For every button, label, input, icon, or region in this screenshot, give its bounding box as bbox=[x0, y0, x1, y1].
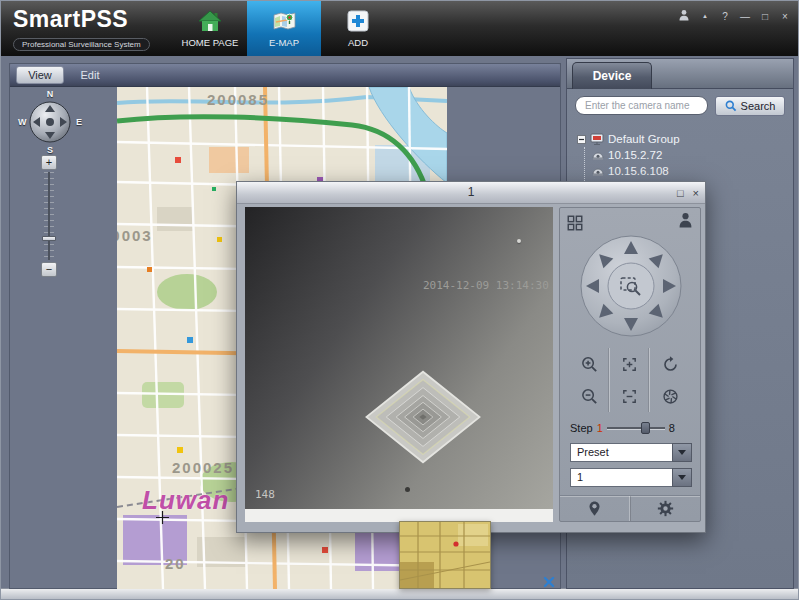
compass-west-label: W bbox=[18, 117, 27, 127]
app-logo: SmartPSS Professional Surveillance Syste… bbox=[13, 6, 150, 51]
video-channel-osd: 148 bbox=[255, 488, 275, 501]
preset-number-button[interactable] bbox=[672, 468, 692, 487]
video-feed[interactable]: 2014-12-09 13:14:30 148 bbox=[245, 207, 553, 509]
app-subtitle: Professional Surveillance System bbox=[13, 38, 150, 51]
map-zoom-control: + − bbox=[41, 155, 57, 277]
tree-camera-row[interactable]: 10.15.2.72 bbox=[592, 147, 787, 163]
smartpss-app: SmartPSS Professional Surveillance Syste… bbox=[0, 0, 799, 600]
camera-search-row: Search bbox=[575, 96, 785, 116]
maximize-icon[interactable]: □ bbox=[760, 11, 770, 22]
zoom-out-button[interactable] bbox=[570, 380, 610, 412]
zoom-out-icon bbox=[580, 387, 599, 406]
map-district-label: 00003 bbox=[117, 227, 153, 244]
location-pin-icon bbox=[587, 500, 602, 517]
compass-south-label: S bbox=[47, 145, 53, 155]
iris-close-button[interactable] bbox=[650, 380, 690, 412]
camera-name: 10.15.2.72 bbox=[608, 149, 662, 161]
emap-toolbar: View Edit bbox=[10, 64, 560, 87]
close-icon[interactable]: × bbox=[780, 11, 790, 22]
focus-in-button[interactable] bbox=[610, 348, 650, 380]
person-icon[interactable] bbox=[678, 212, 693, 228]
zoom-out-button[interactable]: − bbox=[41, 262, 57, 277]
preset-dropdown: Preset bbox=[570, 443, 692, 462]
user-icon[interactable] bbox=[678, 9, 690, 23]
minimap-thumbnail[interactable] bbox=[399, 521, 491, 589]
map-icon bbox=[272, 10, 296, 34]
home-icon bbox=[198, 10, 222, 34]
edit-tab-button[interactable]: Edit bbox=[70, 66, 110, 84]
focus-in-icon bbox=[620, 355, 639, 374]
step-label: Step bbox=[570, 422, 593, 434]
device-panel-header: Device bbox=[567, 59, 793, 89]
maximize-icon[interactable]: □ bbox=[677, 183, 684, 204]
ptz-step-row: Step 1 8 bbox=[570, 420, 694, 436]
dome-camera-icon bbox=[592, 166, 604, 177]
step-min-value: 1 bbox=[597, 422, 603, 434]
nav-tab-home-page[interactable]: HOME PAGE bbox=[173, 1, 247, 56]
compass-east-label: E bbox=[76, 117, 82, 127]
window-controls: ▲ ? — □ × bbox=[678, 9, 790, 23]
chevron-down-icon bbox=[678, 450, 686, 455]
step-slider[interactable] bbox=[607, 421, 665, 435]
tree-group-label: Default Group bbox=[608, 133, 680, 145]
collapse-expander-icon[interactable] bbox=[577, 135, 586, 144]
zoom-slider-handle[interactable] bbox=[42, 236, 56, 241]
step-max-value: 8 bbox=[669, 422, 675, 434]
video-window-titlebar[interactable]: 1 □ × bbox=[237, 182, 705, 204]
gear-icon bbox=[657, 500, 674, 517]
device-group-icon bbox=[590, 133, 604, 146]
add-icon bbox=[346, 10, 370, 34]
map-compass: N S W E bbox=[18, 90, 82, 154]
ceiling-dot bbox=[405, 487, 410, 492]
preset-dropdown-value[interactable]: Preset bbox=[570, 443, 672, 462]
collapse-icon[interactable]: ▲ bbox=[700, 13, 710, 19]
ptz-settings-button[interactable] bbox=[631, 496, 701, 521]
video-window-controls: □ × bbox=[677, 182, 699, 204]
zoom-slider-track[interactable] bbox=[41, 172, 57, 260]
title-bar: SmartPSS Professional Surveillance Syste… bbox=[1, 1, 799, 56]
map-district-label: 200025 bbox=[172, 459, 234, 476]
focus-out-icon bbox=[620, 387, 639, 406]
tree-group-row[interactable]: Default Group bbox=[577, 131, 787, 147]
minimize-icon[interactable]: — bbox=[740, 11, 750, 22]
live-video-window: 1 □ × 2014-12-09 13:14:30 148 bbox=[236, 181, 706, 533]
preset-dropdown-button[interactable] bbox=[672, 443, 692, 462]
close-icon[interactable]: × bbox=[693, 183, 699, 204]
preset-number-dropdown: 1 bbox=[570, 468, 692, 487]
compass-north-label: N bbox=[47, 89, 54, 99]
nav-tab-emap[interactable]: E-MAP bbox=[247, 1, 321, 56]
step-slider-handle[interactable] bbox=[641, 422, 650, 434]
map-district-label: 200085 bbox=[207, 91, 269, 108]
window-layout-icon[interactable] bbox=[566, 214, 584, 232]
chevron-down-icon bbox=[678, 475, 686, 480]
compass-dial[interactable] bbox=[28, 100, 72, 144]
camera-search-input[interactable] bbox=[575, 96, 708, 115]
preset-number-value[interactable]: 1 bbox=[570, 468, 672, 487]
video-window-title: 1 bbox=[468, 185, 475, 199]
step-slider-track[interactable] bbox=[607, 427, 665, 430]
iris-close-icon bbox=[661, 387, 680, 406]
focus-out-button[interactable] bbox=[610, 380, 650, 412]
nav-tab-label: E-MAP bbox=[269, 37, 299, 48]
nav-tab-add[interactable]: ADD bbox=[321, 1, 395, 56]
zoom-in-button[interactable] bbox=[570, 348, 610, 380]
iris-open-icon bbox=[661, 355, 680, 374]
goto-preset-button[interactable] bbox=[560, 496, 631, 521]
ptz-bottom-bar bbox=[560, 495, 700, 521]
minimap-close-icon[interactable] bbox=[542, 575, 556, 589]
iris-open-button[interactable] bbox=[650, 348, 690, 380]
camera-name: 10.15.6.108 bbox=[608, 165, 669, 177]
device-tab[interactable]: Device bbox=[572, 62, 652, 89]
zoom-in-button[interactable]: + bbox=[41, 155, 57, 170]
map-crosshair-icon bbox=[156, 511, 169, 524]
ceiling-vent bbox=[363, 367, 483, 467]
dome-camera-icon bbox=[592, 150, 604, 161]
tree-camera-row[interactable]: 10.15.6.108 bbox=[592, 163, 787, 179]
ptz-direction-pad[interactable] bbox=[579, 234, 683, 338]
search-button[interactable]: Search bbox=[715, 96, 785, 116]
ceiling-screw bbox=[517, 239, 521, 243]
map-district-label: 20 bbox=[165, 555, 186, 572]
video-timestamp: 2014-12-09 13:14:30 bbox=[423, 279, 549, 292]
help-icon[interactable]: ? bbox=[720, 11, 730, 22]
view-tab-button[interactable]: View bbox=[16, 66, 64, 84]
